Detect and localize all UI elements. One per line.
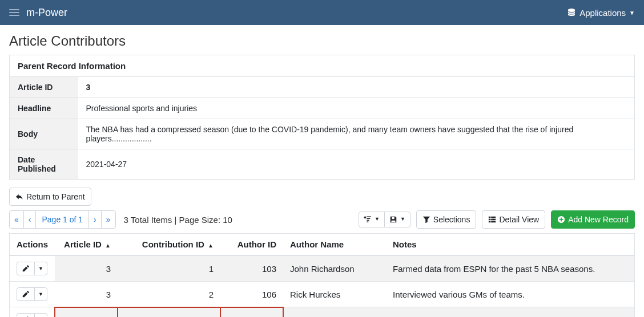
row-actions-cell: ▼ bbox=[10, 307, 55, 317]
col-author-name[interactable]: Author Name bbox=[283, 234, 386, 256]
cell-author-name: John Richardson bbox=[283, 255, 386, 282]
navbar: m-Power Applications ▼ bbox=[0, 0, 644, 25]
col-actions: Actions bbox=[10, 234, 55, 256]
parent-value-body: The NBA has had a compressed season (due… bbox=[78, 119, 635, 149]
save-export-button[interactable]: ▼ bbox=[384, 212, 410, 227]
caret-down-icon: ▼ bbox=[629, 10, 635, 16]
pager-first-button[interactable]: « bbox=[9, 210, 24, 229]
parent-label-body: Body bbox=[10, 119, 78, 149]
parent-section-title: Parent Record Information bbox=[10, 55, 635, 77]
database-icon bbox=[567, 8, 576, 17]
sort-asc-icon: ▲ bbox=[208, 242, 214, 249]
pager-page-button[interactable]: Page 1 of 1 bbox=[35, 210, 89, 229]
table-row: ▼33101Matthew Espindola bbox=[10, 307, 635, 317]
cell-author-id: 101 bbox=[220, 307, 283, 317]
edit-row-button[interactable] bbox=[17, 313, 35, 317]
edit-icon bbox=[22, 290, 30, 298]
selections-label: Selections bbox=[433, 214, 470, 225]
caret-down-icon: ▼ bbox=[400, 216, 405, 223]
cell-notes: Farmed data from ESPN for the past 5 NBA… bbox=[386, 255, 634, 282]
contributors-table: Actions Article ID ▲ Contribution ID ▲ A… bbox=[9, 233, 635, 317]
navbar-left: m-Power bbox=[9, 7, 67, 19]
caret-down-icon: ▼ bbox=[38, 266, 43, 273]
table-row: ▼32106Rick HurckesInterviewed various GM… bbox=[10, 282, 635, 307]
row-actions-cell: ▼ bbox=[10, 282, 55, 307]
menu-toggle-icon[interactable] bbox=[9, 9, 19, 16]
add-new-record-button[interactable]: Add New Record bbox=[551, 210, 635, 229]
row-actions-cell: ▼ bbox=[10, 255, 55, 282]
cell-author-name: Rick Hurckes bbox=[283, 282, 386, 307]
cell-notes: Interviewed various GMs of teams. bbox=[386, 282, 634, 307]
detail-view-label: Detail View bbox=[499, 214, 539, 225]
table-row: ▼31103John RichardsonFarmed data from ES… bbox=[10, 255, 635, 282]
caret-down-icon: ▼ bbox=[38, 291, 43, 298]
toolbar-left: « ‹ Page 1 of 1 › » 3 Total Items | Page… bbox=[9, 210, 232, 229]
parent-label-date: Date Published bbox=[10, 149, 78, 180]
cell-article-id: 3 bbox=[55, 307, 118, 317]
cell-author-name: Matthew Espindola bbox=[283, 307, 386, 317]
list-icon bbox=[488, 216, 496, 223]
cell-notes bbox=[386, 307, 634, 317]
col-contribution-id[interactable]: Contribution ID ▲ bbox=[118, 234, 220, 256]
applications-dropdown[interactable]: Applications ▼ bbox=[567, 8, 635, 18]
return-to-parent-button[interactable]: Return to Parent bbox=[9, 188, 91, 206]
cell-contribution-id: 3 bbox=[118, 307, 220, 317]
plus-circle-icon bbox=[557, 216, 565, 223]
cell-article-id: 3 bbox=[55, 282, 118, 307]
row-more-button[interactable]: ▼ bbox=[34, 287, 47, 301]
sort-asc-icon: ▲ bbox=[105, 242, 111, 249]
col-author-id[interactable]: Author ID bbox=[220, 234, 283, 256]
pager-last-button[interactable]: » bbox=[101, 210, 116, 229]
row-more-button[interactable]: ▼ bbox=[34, 262, 47, 275]
pager-status: 3 Total Items | Page Size: 10 bbox=[122, 215, 232, 225]
parent-value-article-id: 3 bbox=[78, 77, 635, 98]
parent-value-date: 2021-04-27 bbox=[78, 149, 635, 180]
toolbar-right: ▼ ▼ Selections Detail View bbox=[359, 210, 635, 229]
edit-row-button[interactable] bbox=[17, 262, 35, 275]
edit-row-button[interactable] bbox=[17, 287, 35, 301]
return-to-parent-label: Return to Parent bbox=[26, 192, 85, 202]
toolbar: « ‹ Page 1 of 1 › » 3 Total Items | Page… bbox=[9, 210, 635, 229]
col-article-id[interactable]: Article ID ▲ bbox=[55, 234, 118, 256]
applications-label: Applications bbox=[579, 8, 626, 18]
col-notes[interactable]: Notes bbox=[386, 234, 634, 256]
pager-next-button[interactable]: › bbox=[88, 210, 102, 229]
detail-view-button[interactable]: Detail View bbox=[482, 210, 545, 229]
cell-contribution-id: 1 bbox=[118, 255, 220, 282]
parent-label-article-id: Article ID bbox=[10, 77, 78, 98]
pager: « ‹ Page 1 of 1 › » bbox=[9, 210, 116, 229]
edit-icon bbox=[22, 265, 30, 273]
parent-label-headline: Headline bbox=[10, 98, 78, 119]
pager-prev-button[interactable]: ‹ bbox=[23, 210, 37, 229]
view-options-group: ▼ ▼ bbox=[359, 212, 410, 227]
parent-value-headline: Professional sports and injuries bbox=[78, 98, 635, 119]
save-icon bbox=[389, 216, 397, 223]
selections-button[interactable]: Selections bbox=[416, 210, 477, 229]
filter-icon bbox=[422, 216, 430, 223]
cell-contribution-id: 2 bbox=[118, 282, 220, 307]
cell-author-id: 103 bbox=[220, 255, 283, 282]
sort-icon bbox=[364, 216, 372, 223]
caret-down-icon: ▼ bbox=[375, 216, 380, 223]
reply-icon bbox=[15, 193, 23, 201]
add-new-record-label: Add New Record bbox=[568, 214, 629, 225]
page-title: Article Contributors bbox=[9, 33, 635, 49]
parent-record-table: Parent Record Information Article ID 3 H… bbox=[9, 55, 635, 180]
brand-label: m-Power bbox=[26, 7, 67, 19]
sort-options-button[interactable]: ▼ bbox=[359, 212, 385, 227]
row-more-button[interactable]: ▼ bbox=[34, 313, 47, 317]
cell-article-id: 3 bbox=[55, 255, 118, 282]
cell-author-id: 106 bbox=[220, 282, 283, 307]
